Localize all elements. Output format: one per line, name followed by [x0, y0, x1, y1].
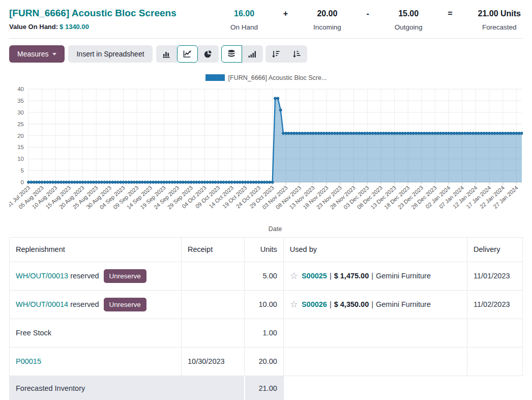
kpi-operator-equals: = [448, 9, 452, 18]
stacked-icon [227, 49, 236, 59]
svg-text:40: 40 [17, 86, 24, 92]
title-block: [FURN_6666] Acoustic Bloc Screens Value … [9, 8, 176, 31]
delivery-cell [467, 347, 523, 376]
page-title: [FURN_6666] Acoustic Bloc Screens [9, 8, 176, 19]
sale-amount: $ 4,350.00 [334, 300, 369, 308]
svg-text:0: 0 [21, 179, 24, 185]
line-chart-button[interactable] [177, 45, 198, 63]
forecast-total-label: Forecasted Inventory [16, 384, 85, 392]
cumulative-button[interactable] [242, 45, 263, 63]
replenishment-link[interactable]: WH/OUT/00013 [16, 272, 68, 280]
forecast-chart: [FURN_6666] Acoustic Bloc Scre... 051015… [9, 71, 523, 234]
svg-text:Date: Date [269, 225, 282, 233]
stacked-button[interactable] [221, 45, 242, 63]
forecast-total-label-cell: Forecasted Inventory [10, 376, 245, 400]
separator: | [371, 300, 373, 308]
outgoing-value: 15.00 [398, 9, 419, 18]
sale-order-link[interactable]: S00025 [302, 272, 327, 280]
reserved-label: reserved [68, 300, 99, 308]
forecast-total-row: Forecasted Inventory21.00 [10, 376, 523, 400]
forecast-total-units: 21.00 [245, 376, 284, 400]
value-on-hand-label: Value On Hand: [9, 23, 58, 31]
reserved-label: reserved [68, 272, 99, 280]
units-cell: 5.00 [245, 262, 284, 290]
table-row: P0001510/30/202320.00 [10, 347, 523, 376]
kpi-outgoing: 15.00 Outgoing [395, 9, 423, 31]
table-header-row: Replenishment Receipt Units Used by Deli… [10, 237, 523, 262]
incoming-value: 20.00 [317, 9, 337, 18]
used-by-cell [283, 347, 467, 376]
customer-name: Gemini Furniture [376, 272, 431, 280]
col-receipt: Receipt [182, 237, 245, 262]
customer-name: Gemini Furniture [376, 300, 431, 308]
line-chart-icon [183, 49, 192, 59]
svg-text:15: 15 [17, 144, 24, 150]
table-row: WH/OUT/00014 reservedUnreserve10.00☆S000… [10, 290, 523, 319]
separator: | [330, 272, 332, 280]
used-by-cell [283, 319, 467, 347]
units-cell: 1.00 [245, 319, 284, 347]
receipt-cell: 10/30/2023 [182, 347, 245, 376]
forecasted-label: Forecasted [482, 23, 517, 31]
replenishment-cell: WH/OUT/00014 reservedUnreserve [10, 290, 182, 319]
replenishment-link[interactable]: P00015 [16, 357, 41, 365]
kpi-forecasted: 21.00 Units Forecasted [478, 9, 521, 31]
favorite-star-icon[interactable]: ☆ [290, 299, 298, 309]
col-units: Units [245, 237, 284, 262]
replenishment-cell: Free Stock [10, 319, 182, 347]
used-by-cell: ☆S00026|$ 4,350.00|Gemini Furniture [283, 290, 467, 319]
units-cell: 10.00 [245, 290, 284, 319]
sort-descending-button[interactable] [265, 45, 286, 63]
favorite-star-icon[interactable]: ☆ [290, 271, 298, 281]
value-on-hand: Value On Hand:$ 1340.00 [9, 23, 176, 31]
forecast-total-blank [283, 376, 522, 400]
sort-descending-icon [271, 49, 280, 59]
table-row: WH/OUT/00013 reservedUnreserve5.00☆S0002… [10, 262, 523, 290]
replenishment-link[interactable]: WH/OUT/00014 [16, 300, 68, 308]
measures-button[interactable]: Measures [9, 45, 65, 63]
report-header: [FURN_6666] Acoustic Bloc Screens Value … [9, 0, 523, 39]
kpi-operator-plus: + [283, 9, 288, 18]
svg-text:35: 35 [17, 97, 24, 103]
insert-in-spreadsheet-button[interactable]: Insert in Spreadsheet [68, 45, 152, 63]
on-hand-value-link[interactable]: 16.00 [234, 9, 254, 18]
sale-order-link[interactable]: S00026 [302, 300, 327, 308]
incoming-label: Incoming [313, 23, 341, 31]
cumulative-icon [248, 49, 257, 59]
receipt-cell [182, 290, 245, 319]
delivery-cell: 11/02/2023 [467, 290, 523, 319]
pie-chart-button[interactable] [198, 45, 219, 63]
receipt-cell [182, 319, 245, 347]
sort-ascending-icon [292, 49, 301, 59]
chart-type-group [156, 45, 219, 63]
table-row: Free Stock1.00 [10, 319, 523, 347]
separator: | [371, 272, 373, 280]
legend-label: [FURN_6666] Acoustic Bloc Scre... [228, 74, 327, 81]
forecast-chart-svg: 051015202530354031 Jul 202305 Aug 202310… [9, 84, 523, 234]
kpi-bar: 16.00 On Hand + 20.00 Incoming - 15.00 O… [230, 9, 523, 31]
sort-group [265, 45, 307, 63]
sort-ascending-button[interactable] [286, 45, 307, 63]
on-hand-label: On Hand [230, 23, 258, 31]
forecasted-value: 21.00 Units [478, 9, 521, 18]
unreserve-button[interactable]: Unreserve [104, 298, 146, 311]
unreserve-button[interactable]: Unreserve [104, 269, 146, 283]
forecasted-inventory-report: [FURN_6666] Acoustic Bloc Screens Value … [0, 0, 532, 400]
legend-swatch [205, 74, 225, 81]
kpi-on-hand: 16.00 On Hand [230, 9, 258, 31]
kpi-incoming: 20.00 Incoming [313, 9, 341, 31]
outgoing-label: Outgoing [395, 23, 423, 31]
value-on-hand-amount[interactable]: $ 1340.00 [60, 23, 89, 31]
replenishment-cell: P00015 [10, 347, 182, 376]
replenishment-table: Replenishment Receipt Units Used by Deli… [9, 237, 523, 400]
units-cell: 20.00 [245, 347, 284, 376]
chart-mode-group [221, 45, 263, 63]
col-used-by: Used by [283, 237, 467, 262]
delivery-cell: 11/01/2023 [467, 262, 523, 290]
bar-chart-icon [162, 49, 171, 59]
sale-amount: $ 1,475.00 [334, 272, 369, 280]
chart-toolbar: Measures Insert in Spreadsheet [9, 45, 523, 63]
chart-legend[interactable]: [FURN_6666] Acoustic Bloc Scre... [9, 71, 523, 84]
col-replenishment: Replenishment [10, 237, 182, 262]
bar-chart-button[interactable] [156, 45, 177, 63]
